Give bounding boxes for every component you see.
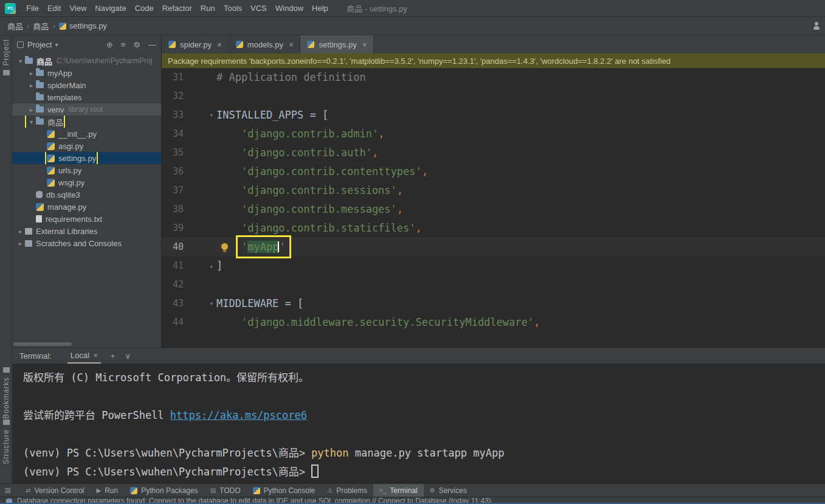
tree-item[interactable]: wsgi.py [12, 176, 161, 188]
chevron-right-icon[interactable]: ▸ [16, 228, 25, 235]
code-line-31[interactable]: 31# Application definition [162, 68, 825, 87]
menu-refactor[interactable]: Refactor [158, 1, 196, 15]
tree-item[interactable]: asgi.py [12, 140, 161, 152]
terminal-output[interactable]: 版权所有 (C) Microsoft Corporation。保留所有权利。尝试… [12, 364, 825, 482]
hide-icon[interactable]: — [148, 40, 156, 49]
chevron-right-icon[interactable]: ▸ [27, 82, 36, 89]
code-line-39[interactable]: 39 'django.contrib.staticfiles', [162, 219, 825, 238]
user-icon[interactable] [812, 22, 821, 30]
code-line-40[interactable]: 40 'myApp' [162, 238, 825, 257]
stripe-structure[interactable]: Structure [0, 419, 12, 464]
project-view-selector[interactable]: Project [27, 40, 52, 49]
fold-gutter [184, 125, 216, 143]
menu-code[interactable]: Code [131, 1, 158, 15]
menu-view[interactable]: View [65, 1, 91, 15]
code-line-44[interactable]: 44 'django.middleware.security.SecurityM… [162, 313, 825, 332]
code-line-37[interactable]: 37 'django.contrib.sessions', [162, 181, 825, 200]
toolwindow-switcher-icon[interactable]: ⊞ [5, 486, 11, 495]
line-number: 42 [162, 275, 184, 294]
code-line-38[interactable]: 38 'django.contrib.messages', [162, 200, 825, 219]
code-line-43[interactable]: 43▾MIDDLEWARE = [ [162, 294, 825, 313]
code-text: 'django.contrib.messages', [216, 200, 825, 219]
code-line-42[interactable]: 42 [162, 275, 825, 294]
tree-item[interactable]: manage.py [12, 201, 161, 213]
menu-help[interactable]: Help [308, 1, 333, 15]
tree-item[interactable]: templates [12, 91, 161, 103]
fold-open-icon[interactable]: ▾ [184, 294, 216, 313]
toolwindow-button-python-packages[interactable]: Python Packages [124, 484, 204, 497]
locate-icon[interactable]: ⊕ [106, 40, 113, 49]
menu-navigate[interactable]: Navigate [91, 1, 130, 15]
code-line-41[interactable]: 41▴] [162, 257, 825, 275]
menu-run[interactable]: Run [196, 1, 219, 15]
toolwindow-button-label: Python Console [264, 486, 316, 495]
toolwindow-button-version-control[interactable]: ⇄Version Control [19, 484, 90, 497]
chevron-right-icon[interactable]: ▸ [27, 70, 36, 77]
fold-close-icon[interactable]: ▴ [184, 257, 216, 275]
tab-settings.py[interactable]: settings.py× [300, 35, 374, 54]
tree-item[interactable]: ▾商品 [12, 116, 161, 128]
stripe-bookmarks[interactable]: Bookmarks [0, 367, 12, 419]
project-panel: Project ▾ ⊕≡⚙— ▾商品C:\Users\wuhen\Pycharm… [12, 35, 162, 348]
code-line-32[interactable]: 32 [162, 87, 825, 106]
close-icon[interactable]: × [289, 40, 294, 49]
chevron-right-icon[interactable]: ▸ [16, 240, 25, 247]
chevron-down-icon[interactable]: ▾ [16, 58, 25, 64]
horizontal-scrollbar[interactable] [13, 342, 72, 346]
tree-item-content: asgi.py [47, 140, 83, 151]
add-icon[interactable]: + [111, 351, 116, 361]
fold-open-icon[interactable]: ▾ [184, 106, 216, 125]
tree-item[interactable]: requirements.txt [12, 213, 161, 225]
toolwindow-button-run[interactable]: ▶Run [91, 484, 125, 497]
close-icon[interactable]: × [94, 351, 98, 360]
toolwindow-button-problems[interactable]: ⚠Problems [321, 484, 373, 497]
close-icon[interactable]: × [217, 40, 222, 49]
tree-item[interactable]: ▾商品C:\Users\wuhen\PycharmProj [12, 55, 161, 67]
menu-vcs[interactable]: VCS [246, 1, 271, 15]
tab-models.py[interactable]: models.py× [229, 35, 301, 54]
tree-item[interactable]: ▸Scratches and Consoles [12, 237, 161, 249]
tab-spider.py[interactable]: spider.py× [162, 35, 229, 54]
tree-item[interactable]: ▸myApp [12, 67, 161, 79]
toolwindow-button-todo[interactable]: ▤TODO [204, 484, 247, 497]
toolwindow-button-python-console[interactable]: Python Console [247, 484, 322, 497]
menu-tools[interactable]: Tools [219, 1, 246, 15]
intention-bulb-icon[interactable] [221, 243, 228, 250]
stripe-project[interactable]: Project [0, 39, 12, 75]
breadcrumb-item[interactable]: settings.py [59, 21, 107, 30]
tree-item[interactable]: db.sqlite3 [12, 188, 161, 201]
line-number: 34 [162, 125, 184, 143]
line-number: 33 [162, 106, 184, 125]
terminal-tab-local[interactable]: Local × [67, 348, 101, 364]
menu-file[interactable]: File [22, 1, 43, 15]
tree-item[interactable]: settings.py [12, 152, 161, 164]
tree-item[interactable]: ▸External Libraries [12, 225, 161, 237]
toolwindow-button-services[interactable]: ⚙Services [424, 484, 473, 497]
main-area: Project Bookmarks Structure Project ▾ ⊕≡… [0, 35, 825, 483]
toolwindow-button-label: TODO [219, 486, 240, 495]
code-token [216, 222, 241, 234]
menu-window[interactable]: Window [271, 1, 308, 15]
chevron-right-icon[interactable]: ▸ [27, 106, 36, 113]
collapse-all-icon[interactable]: ≡ [121, 40, 126, 49]
tree-item[interactable]: ▸spiderMain [12, 79, 161, 91]
menu-edit[interactable]: Edit [43, 1, 65, 15]
close-icon[interactable]: × [362, 40, 367, 49]
settings-icon[interactable]: ⚙ [133, 40, 140, 49]
code-editor[interactable]: 31# Application definition3233▾INSTALLED… [162, 68, 825, 348]
code-line-36[interactable]: 36 'django.contrib.contenttypes', [162, 162, 825, 181]
breadcrumb-item[interactable]: 商品 [7, 20, 23, 32]
code-token: # Application definition [216, 71, 366, 83]
code-line-35[interactable]: 35 'django.contrib.auth', [162, 143, 825, 162]
tree-item[interactable]: urls.py [12, 164, 161, 176]
terminal-token: (venv) PS C:\Users\wuhen\PycharmProjects… [23, 466, 311, 478]
toolwindow-button-terminal[interactable]: >_Terminal [373, 484, 424, 497]
code-line-34[interactable]: 34 'django.contrib.admin', [162, 125, 825, 143]
chevron-down-icon[interactable]: ▾ [27, 119, 36, 125]
code-line-33[interactable]: 33▾INSTALLED_APPS = [ [162, 106, 825, 125]
breadcrumb-item[interactable]: 商品 [33, 20, 49, 32]
chevron-down-icon[interactable]: ∨ [125, 351, 131, 361]
tree-item-label: __init__.py [58, 129, 97, 139]
tree-item[interactable]: __init__.py [12, 128, 161, 140]
tree-item[interactable]: ▸venvlibrary root [12, 103, 161, 116]
